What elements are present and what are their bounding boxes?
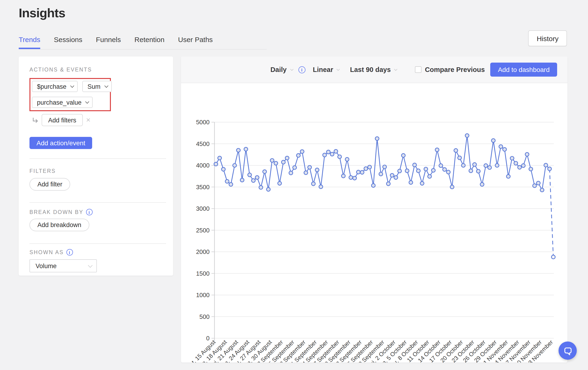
data-point[interactable] — [312, 182, 315, 186]
data-point[interactable] — [308, 165, 312, 169]
data-point[interactable] — [518, 165, 521, 169]
data-point[interactable] — [548, 167, 552, 171]
data-point[interactable] — [371, 184, 375, 187]
data-point[interactable] — [469, 169, 473, 173]
data-point[interactable] — [529, 167, 533, 171]
property-dropdown[interactable]: purchase_value — [32, 97, 93, 108]
data-point[interactable] — [514, 161, 518, 165]
data-point[interactable] — [544, 163, 548, 167]
data-point[interactable] — [338, 155, 341, 159]
data-point[interactable] — [357, 170, 360, 174]
data-point[interactable] — [476, 169, 480, 173]
data-point[interactable] — [435, 148, 439, 152]
data-point[interactable] — [248, 173, 252, 177]
add-breakdown-button[interactable]: Add breakdown — [30, 219, 89, 231]
data-point[interactable] — [282, 160, 285, 164]
data-point[interactable] — [465, 134, 469, 137]
data-point[interactable] — [450, 185, 454, 189]
data-point[interactable] — [368, 165, 371, 169]
data-point[interactable] — [390, 174, 394, 177]
data-point[interactable] — [274, 161, 278, 165]
add-action-event-button[interactable]: Add action/event — [30, 137, 92, 149]
display-dropdown[interactable]: Linear — [313, 66, 339, 73]
data-point[interactable] — [323, 153, 326, 157]
data-point[interactable] — [285, 156, 289, 160]
data-point[interactable] — [297, 153, 300, 157]
data-point[interactable] — [326, 150, 330, 154]
data-point[interactable] — [252, 179, 255, 182]
data-point[interactable] — [315, 168, 319, 172]
math-dropdown[interactable]: Sum — [82, 81, 112, 92]
interval-dropdown[interactable]: Daily — [270, 66, 292, 73]
data-point[interactable] — [417, 169, 420, 173]
data-point[interactable] — [270, 159, 274, 162]
add-filters-button[interactable]: Add filters — [42, 114, 83, 126]
close-icon[interactable]: × — [86, 116, 91, 124]
history-button[interactable]: History — [528, 30, 567, 46]
data-point[interactable] — [473, 163, 476, 166]
data-point[interactable] — [304, 171, 308, 174]
add-to-dashboard-button[interactable]: Add to dashboard — [491, 63, 557, 77]
tab-retention[interactable]: Retention — [135, 36, 164, 49]
add-filter-button[interactable]: Add filter — [30, 178, 70, 190]
data-point[interactable] — [443, 168, 447, 171]
data-point[interactable] — [491, 139, 495, 142]
data-point[interactable] — [480, 182, 484, 186]
data-point[interactable] — [521, 164, 525, 168]
data-point[interactable] — [319, 185, 323, 189]
data-point[interactable] — [218, 156, 221, 160]
data-point[interactable] — [386, 182, 390, 186]
data-point[interactable] — [413, 163, 417, 167]
data-point[interactable] — [341, 174, 345, 178]
data-point[interactable] — [214, 162, 218, 166]
data-point[interactable] — [439, 164, 443, 168]
data-point[interactable] — [225, 180, 229, 183]
data-point[interactable] — [484, 164, 488, 168]
shown-as-select[interactable]: Volume — [30, 259, 97, 272]
data-point[interactable] — [293, 166, 297, 169]
info-icon[interactable]: i — [86, 209, 93, 215]
tab-user-paths[interactable]: User Paths — [178, 36, 213, 49]
data-point[interactable] — [233, 163, 236, 167]
data-point[interactable] — [510, 156, 514, 160]
data-point[interactable] — [431, 169, 435, 172]
data-point[interactable] — [375, 137, 379, 140]
data-point[interactable] — [364, 167, 368, 170]
data-point[interactable] — [499, 145, 503, 149]
data-point[interactable] — [458, 156, 462, 160]
data-point[interactable] — [360, 170, 364, 174]
data-point[interactable] — [420, 181, 424, 185]
compare-previous-toggle[interactable]: Compare Previous — [415, 66, 485, 73]
data-point[interactable] — [552, 255, 555, 259]
data-point[interactable] — [540, 188, 544, 192]
data-point[interactable] — [236, 148, 240, 152]
chat-launcher-button[interactable] — [558, 341, 577, 360]
data-point[interactable] — [278, 181, 282, 185]
data-point[interactable] — [345, 157, 349, 161]
data-point[interactable] — [536, 181, 540, 185]
data-point[interactable] — [353, 176, 357, 180]
data-point[interactable] — [424, 167, 428, 171]
data-point[interactable] — [221, 168, 225, 171]
tab-sessions[interactable]: Sessions — [54, 36, 82, 49]
data-point[interactable] — [263, 170, 266, 174]
data-point[interactable] — [428, 174, 431, 178]
data-point[interactable] — [402, 153, 405, 157]
data-point[interactable] — [506, 174, 510, 178]
compare-checkbox[interactable] — [415, 66, 422, 73]
data-point[interactable] — [503, 148, 506, 151]
info-icon[interactable]: i — [66, 249, 73, 256]
data-point[interactable] — [330, 152, 334, 156]
data-point[interactable] — [447, 170, 450, 174]
data-point[interactable] — [334, 150, 338, 153]
data-point[interactable] — [488, 166, 491, 169]
data-point[interactable] — [266, 188, 270, 191]
data-point[interactable] — [398, 169, 401, 173]
data-point[interactable] — [462, 163, 465, 167]
data-point[interactable] — [255, 176, 259, 180]
data-point[interactable] — [394, 176, 398, 180]
data-point[interactable] — [244, 147, 248, 151]
data-point[interactable] — [533, 184, 536, 188]
date-range-dropdown[interactable]: Last 90 days — [350, 66, 397, 73]
data-point[interactable] — [454, 149, 458, 152]
